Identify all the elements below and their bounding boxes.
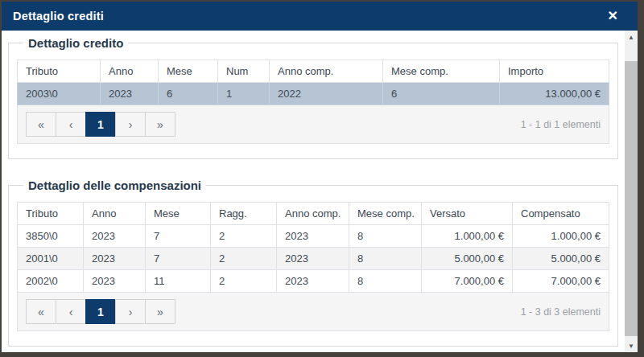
table-row[interactable]: 2001\0202372202385.000,00 €5.000,00 € — [18, 248, 609, 270]
credit-detail-legend: Dettaglio credito — [23, 36, 128, 50]
cell[interactable]: 1.000,00 € — [513, 225, 609, 248]
column-header: Importo — [500, 60, 609, 83]
vertical-scrollbar[interactable]: ▲ ▼ — [625, 31, 638, 352]
column-header: Mese — [146, 203, 211, 225]
cell[interactable]: 2022 — [270, 83, 383, 105]
table-row[interactable]: 2003\02023612022613.000,00 € — [18, 83, 609, 105]
column-header: Anno comp. — [270, 60, 383, 83]
cell[interactable]: 7 — [146, 248, 211, 270]
dialog-title: Dettaglio crediti — [13, 10, 104, 23]
credit-detail-dialog: Dettaglio crediti ✕ Dettaglio credito Tr… — [2, 2, 638, 352]
cell[interactable]: 8 — [349, 248, 422, 270]
close-icon[interactable]: ✕ — [608, 10, 618, 23]
column-header: Tributo — [18, 60, 101, 83]
cell[interactable]: 2023 — [84, 270, 146, 293]
pager-next-button[interactable]: › — [115, 299, 146, 324]
column-header: Anno — [84, 203, 146, 225]
cell[interactable]: 3850\0 — [18, 225, 84, 248]
cell[interactable]: 5.000,00 € — [422, 248, 513, 270]
pager: « ‹ 1 › » — [26, 299, 175, 324]
scrollbar-thumb[interactable] — [625, 61, 638, 336]
table-row[interactable]: 2002\02023112202387.000,00 €7.000,00 € — [18, 270, 609, 293]
cell[interactable]: 5.000,00 € — [513, 248, 609, 270]
cell[interactable]: 2 — [211, 225, 277, 248]
scroll-up-icon[interactable]: ▲ — [625, 31, 638, 43]
cell[interactable]: 8 — [349, 225, 422, 248]
cell[interactable]: 2 — [211, 248, 277, 270]
column-header: Tributo — [18, 203, 84, 225]
column-header: Compensato — [513, 203, 609, 225]
cell[interactable]: 7 — [146, 225, 211, 248]
dialog-content: Dettaglio credito TributoAnnoMeseNumAnno… — [2, 31, 625, 352]
column-header: Anno — [101, 60, 159, 83]
compensations-grid: TributoAnnoMeseRagg.Anno comp.Mese comp.… — [17, 202, 609, 293]
cell[interactable]: 2023 — [277, 225, 349, 248]
cell[interactable]: 2002\0 — [18, 270, 84, 293]
cell[interactable]: 2023 — [277, 270, 349, 293]
credit-detail-section: Dettaglio credito TributoAnnoMeseNumAnno… — [8, 36, 618, 159]
pager-first-button[interactable]: « — [26, 299, 56, 324]
column-header: Anno comp. — [277, 203, 349, 225]
dialog-body: Dettaglio credito TributoAnnoMeseNumAnno… — [2, 31, 638, 352]
cell[interactable]: 2001\0 — [18, 248, 84, 270]
cell[interactable]: 13.000,00 € — [500, 83, 609, 105]
cell[interactable]: 7.000,00 € — [422, 270, 513, 293]
pager-last-button[interactable]: » — [145, 112, 175, 137]
header-row: TributoAnnoMeseNumAnno comp.Mese comp.Im… — [18, 60, 609, 83]
cell[interactable]: 6 — [383, 83, 500, 105]
compensations-grid-footer: « ‹ 1 › » 1 - 3 di 3 elementi — [17, 293, 609, 331]
pager-page-button[interactable]: 1 — [85, 112, 116, 137]
column-header: Num — [218, 60, 270, 83]
cell[interactable]: 6 — [159, 83, 218, 105]
pager-last-button[interactable]: » — [145, 299, 175, 324]
pager-info: 1 - 3 di 3 elementi — [521, 306, 601, 318]
column-header: Mese comp. — [349, 203, 422, 225]
column-header: Ragg. — [211, 203, 277, 225]
cell[interactable]: 2023 — [277, 248, 349, 270]
column-header: Versato — [422, 203, 513, 225]
compensations-legend: Dettaglio delle compensazioni — [23, 178, 206, 192]
cell[interactable]: 1 — [218, 83, 270, 105]
credit-grid-footer: « ‹ 1 › » 1 - 1 di 1 elementi — [17, 105, 609, 144]
cell[interactable]: 1.000,00 € — [422, 225, 513, 248]
pager-prev-button[interactable]: ‹ — [56, 112, 86, 137]
pager-info: 1 - 1 di 1 elementi — [521, 119, 601, 130]
cell[interactable]: 2 — [211, 270, 277, 293]
column-header: Mese comp. — [383, 60, 500, 83]
cell[interactable]: 2023 — [84, 225, 146, 248]
table-row[interactable]: 3850\0202372202381.000,00 €1.000,00 € — [18, 225, 609, 248]
pager-prev-button[interactable]: ‹ — [56, 299, 86, 324]
column-header: Mese — [159, 60, 218, 83]
credit-detail-grid: TributoAnnoMeseNumAnno comp.Mese comp.Im… — [17, 60, 609, 105]
pager-first-button[interactable]: « — [26, 112, 56, 137]
pager: « ‹ 1 › » — [26, 112, 175, 137]
pager-next-button[interactable]: › — [115, 112, 146, 137]
compensations-section: Dettaglio delle compensazioni TributoAnn… — [8, 178, 618, 347]
cell[interactable]: 7.000,00 € — [513, 270, 609, 293]
pager-page-button[interactable]: 1 — [85, 299, 116, 324]
cell[interactable]: 2023 — [101, 83, 159, 105]
cell[interactable]: 2003\0 — [18, 83, 101, 105]
cell[interactable]: 8 — [349, 270, 422, 293]
header-row: TributoAnnoMeseRagg.Anno comp.Mese comp.… — [18, 203, 609, 225]
dialog-titlebar: Dettaglio crediti ✕ — [2, 2, 638, 31]
scroll-down-icon[interactable]: ▼ — [625, 339, 638, 352]
cell[interactable]: 2023 — [84, 248, 146, 270]
cell[interactable]: 11 — [146, 270, 211, 293]
